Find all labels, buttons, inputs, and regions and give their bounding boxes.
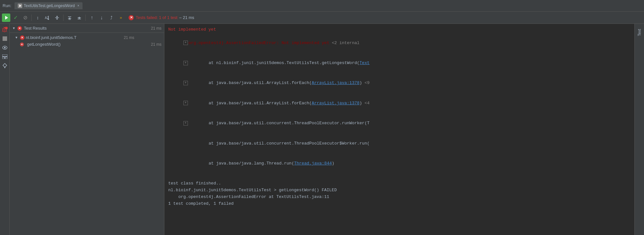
output-line-failed: nl.bioinf.junit.junit5demos.TextUtilsTes… [168,187,630,194]
output-panel[interactable]: Not implemented yet +org.opentest4j.Asse… [164,24,634,235]
collapse-all-icon [77,15,82,20]
method-error-icon: ● [20,42,24,46]
output-line-finished: test class finished.. [168,180,630,187]
up-button[interactable]: ↑ [87,13,96,22]
expand-all-button[interactable] [65,13,74,22]
up-arrow-icon: ↑ [91,15,93,21]
sidebar-icon-layout[interactable] [1,53,9,61]
toolbar: ✓ ⊘ ↕ AZ [0,12,644,24]
stop-icon: ⊘ [23,14,27,21]
test-status: ✕ Tests failed: 1 of 1 test – 21 ms [129,15,194,20]
class-label: nl.bioinf.junit.junit5demos.T [26,35,122,40]
top-bar: Run: TextUtilsTest.getLongestWord × [0,0,644,12]
output-line-5: + at java.base/java.util.ArrayList.forEa… [168,93,630,113]
tree-arrow-icon: ▼ [15,36,18,39]
test-results-panel: ▼ ✕ Test Results 21 ms ▼ ✕ nl.bioinf.jun… [10,24,164,235]
expand-btn-5[interactable]: + [183,101,188,105]
test-results-fail-icon: ✕ [17,26,22,31]
main-area: ! [0,24,644,235]
status-detail: – 21 ms [179,15,194,20]
method-duration: 21 ms [151,42,161,47]
layout-icon [2,54,7,59]
sort-alpha-button[interactable]: AZ [43,13,52,22]
separator-2 [63,14,63,21]
svg-rect-33 [2,57,5,59]
output-line-7: at java.base/java.util.concurrent.Thread… [168,134,630,154]
output-line-8: at java.base/java.lang.Thread.run(Thread… [168,154,630,174]
svg-line-22 [2,31,3,32]
tab-close-button[interactable]: × [77,4,79,7]
check-button[interactable]: ✓ [11,13,20,22]
svg-point-31 [4,47,5,49]
sidebar-icon-eye[interactable] [1,44,9,52]
test-results-label: Test Results [24,26,47,31]
svg-marker-8 [56,19,58,20]
right-sidebar: Text [634,24,644,235]
separator-3 [85,14,86,21]
test-panel-header: ▼ ✕ Test Results 21 ms [10,24,164,33]
output-line-6: + at java.base/java.util.concurrent.Thre… [168,113,630,133]
sort-alpha-icon: AZ [45,15,50,20]
svg-line-25 [4,27,4,27]
jump-icon: ⤴ [110,15,112,20]
down-arrow-icon: ↓ [100,15,103,21]
svg-line-20 [2,28,3,29]
output-line-4: + at java.base/java.util.ArrayList.forEa… [168,73,630,93]
svg-line-23 [6,31,7,32]
tab-title: TextUtilsTest.getLongestWord [24,4,75,8]
status-fail-icon: ✕ [129,15,134,20]
tree-item-class[interactable]: ▼ ✕ nl.bioinf.junit.junit5demos.T 21 ms [10,34,164,41]
bug-badge: ! [5,27,8,29]
expand-btn-2[interactable]: + [183,41,188,45]
expand-all-icon [67,15,72,20]
stop-square-icon [3,36,7,41]
test-tree: ▼ ✕ nl.bioinf.junit.junit5demos.T 21 ms … [10,33,164,49]
rerun-failed-button[interactable]: ↕ [33,13,42,22]
collapse-all-button[interactable] [75,13,84,22]
eye-icon [2,46,7,50]
svg-marker-7 [56,16,58,17]
expand-btn-6[interactable]: + [183,121,188,126]
right-sidebar-label[interactable]: Text [637,29,642,36]
play-button[interactable] [2,14,10,22]
svg-rect-34 [5,57,7,59]
output-line-blank [168,174,630,181]
separator-1 [31,14,32,21]
status-text: Tests failed: 1 of 1 test [136,15,177,20]
sidebar-icon-bug[interactable]: ! [1,26,9,33]
more-icon: » [120,15,122,20]
left-sidebar: ! [0,24,10,235]
more-button[interactable]: » [116,13,125,22]
jump-to-source-button[interactable]: ⤴ [107,13,116,22]
expand-btn-4[interactable]: + [183,81,188,85]
class-fail-icon: ✕ [20,35,24,40]
tab-file-icon [18,4,22,8]
rerun-failed-icon: ↕ [37,15,39,20]
tree-item-method[interactable]: ● getLongestWord() 21 ms [10,41,164,48]
run-tab[interactable]: TextUtilsTest.getLongestWord × [15,2,82,9]
class-duration: 21 ms [124,35,134,40]
link-arraylist-2[interactable]: ArrayList.java:1378 [312,101,359,106]
svg-rect-29 [3,36,7,41]
test-panel-title: ▼ ✕ Test Results [12,26,47,31]
output-line-assertion: org.opentest4j.AssertionFailedError at T… [168,194,630,201]
check-icon: ✓ [14,14,18,21]
sidebar-icon-pin[interactable] [1,62,9,70]
link-textutils[interactable]: Text [359,61,369,65]
sort-duration-button[interactable] [53,13,62,22]
output-line-summary: 1 test completed, 1 failed [168,201,630,207]
output-line-3: + at nl.bioinf.junit.junit5demos.TextUti… [168,53,630,73]
link-arraylist-1[interactable]: ArrayList.java:1378 [312,80,359,85]
sort-duration-icon [54,15,60,20]
expand-btn-3[interactable]: + [183,61,188,65]
run-label: Run: [3,3,11,8]
pin-icon [3,63,7,68]
method-label: getLongestWord() [27,42,150,47]
expand-arrow-icon[interactable]: ▼ [12,26,15,30]
output-line-2: +org.opentest4j.AssertionFailedError: No… [168,33,630,53]
link-thread[interactable]: Thread.java:844 [294,161,332,166]
sidebar-icon-stop[interactable] [1,35,9,42]
down-button[interactable]: ↓ [97,13,106,22]
svg-rect-32 [2,54,7,56]
stop-button[interactable]: ⊘ [21,13,30,22]
